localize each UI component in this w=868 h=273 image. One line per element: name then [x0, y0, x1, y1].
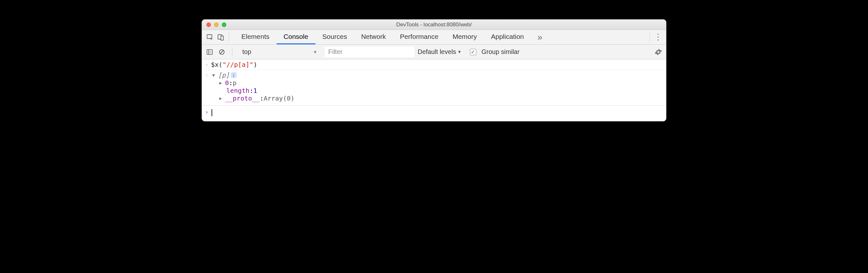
gear-icon[interactable] — [654, 48, 663, 57]
chevron-down-icon: ▼ — [457, 50, 462, 54]
devtools-window: DevTools - localhost:8080/web/ Elements … — [202, 19, 666, 121]
traffic-lights — [207, 23, 226, 27]
info-icon[interactable]: i — [231, 72, 237, 78]
tab-application[interactable]: Application — [484, 30, 531, 44]
caret-right-icon: ▶ — [219, 80, 225, 85]
svg-rect-0 — [207, 35, 212, 38]
svg-rect-3 — [207, 50, 213, 54]
console-input-text: $x("//p[a]") — [211, 61, 257, 69]
console-body: › $x("//p[a]") ‹ ▼ [p] i ▶ 0: p length: … — [202, 59, 666, 121]
tree-val: Array(0) — [264, 94, 294, 102]
zoom-window-button[interactable] — [222, 23, 226, 27]
svg-line-6 — [220, 50, 223, 53]
chevron-down-icon: ▼ — [313, 50, 317, 55]
result-tree: ▼ [p] i ▶ 0: p length: 1 ▶ __proto__: Ar… — [211, 71, 294, 102]
result-summary[interactable]: ▼ [p] i — [212, 71, 294, 79]
prompt-icon: › — [203, 61, 211, 68]
group-similar-label: Group similar — [482, 48, 520, 56]
close-window-button[interactable] — [207, 23, 211, 27]
divider — [650, 33, 650, 42]
caret-down-icon: ▼ — [212, 73, 218, 78]
tab-performance[interactable]: Performance — [393, 30, 445, 44]
console-prompt[interactable]: › — [202, 105, 666, 121]
tab-console[interactable]: Console — [277, 30, 315, 44]
tree-key: 0 — [225, 79, 229, 87]
log-levels-selector[interactable]: Default levels ▼ — [417, 48, 462, 56]
device-toggle-icon[interactable] — [215, 32, 226, 43]
clear-console-icon[interactable] — [217, 48, 226, 57]
settings-menu-icon[interactable]: ⋮ — [653, 32, 663, 42]
tree-row[interactable]: ▶ 0: p — [212, 79, 294, 87]
caret-right-icon: ▶ — [219, 96, 225, 101]
panel-tabs: Elements Console Sources Network Perform… — [234, 30, 531, 44]
main-tabbar: Elements Console Sources Network Perform… — [202, 30, 666, 45]
tree-row[interactable]: ▶ __proto__: Array(0) — [212, 94, 294, 102]
tree-key: length — [226, 87, 249, 94]
tree-val: 1 — [253, 87, 257, 94]
levels-label: Default levels — [417, 48, 456, 56]
svg-point-7 — [657, 51, 659, 53]
tree-row[interactable]: length: 1 — [212, 87, 294, 94]
prompt-icon: › — [203, 108, 211, 115]
console-input-echo[interactable]: › $x("//p[a]") — [202, 59, 666, 70]
tab-memory[interactable]: Memory — [445, 30, 484, 44]
group-similar-checkbox[interactable]: ✓ — [470, 49, 476, 55]
inspect-element-icon[interactable] — [205, 32, 215, 43]
filter-input[interactable] — [325, 47, 414, 57]
minimize-window-button[interactable] — [214, 23, 219, 27]
divider — [229, 33, 229, 42]
tab-elements[interactable]: Elements — [234, 30, 277, 44]
console-result[interactable]: ‹ ▼ [p] i ▶ 0: p length: 1 ▶ __proto__: … — [202, 70, 666, 105]
array-close: ] — [226, 71, 229, 79]
tab-network[interactable]: Network — [354, 30, 393, 44]
tree-val: p — [233, 79, 237, 87]
result-icon: ‹ — [203, 71, 211, 78]
divider — [232, 48, 232, 57]
console-toolbar: top ▼ Default levels ▼ ✓ Group similar — [202, 45, 666, 59]
more-tabs-icon[interactable]: » — [534, 32, 546, 43]
array-item: p — [222, 71, 226, 79]
tab-sources[interactable]: Sources — [315, 30, 354, 44]
console-prompt-input[interactable] — [211, 108, 212, 116]
text-cursor — [212, 109, 212, 116]
window-title: DevTools - localhost:8080/web/ — [202, 22, 666, 28]
context-selector[interactable]: top ▼ — [238, 47, 321, 57]
tree-key: __proto__ — [225, 94, 260, 102]
svg-rect-2 — [221, 36, 223, 40]
titlebar: DevTools - localhost:8080/web/ — [202, 20, 666, 30]
array-open: [ — [218, 71, 222, 79]
context-value: top — [242, 48, 251, 56]
toggle-sidebar-icon[interactable] — [205, 48, 214, 57]
